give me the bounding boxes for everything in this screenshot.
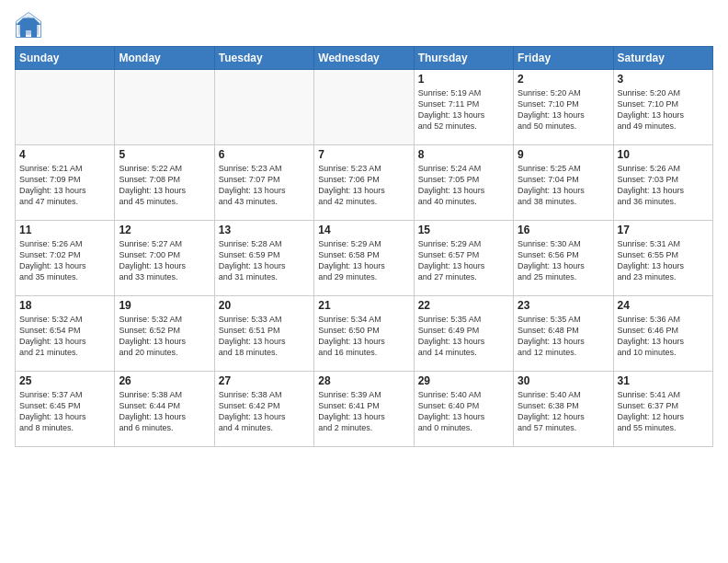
calendar-cell: 23Sunrise: 5:35 AM Sunset: 6:48 PM Dayli…	[514, 296, 613, 372]
calendar-cell: 11Sunrise: 5:26 AM Sunset: 7:02 PM Dayli…	[16, 221, 115, 296]
calendar-cell: 16Sunrise: 5:30 AM Sunset: 6:56 PM Dayli…	[514, 221, 613, 296]
day-info: Sunrise: 5:26 AM Sunset: 7:02 PM Dayligh…	[19, 238, 110, 283]
calendar-cell	[16, 70, 115, 145]
day-number: 19	[119, 299, 210, 312]
weekday-header-monday: Monday	[115, 47, 214, 70]
week-row-2: 4Sunrise: 5:21 AM Sunset: 7:09 PM Daylig…	[16, 145, 713, 221]
calendar-cell: 20Sunrise: 5:33 AM Sunset: 6:51 PM Dayli…	[214, 296, 313, 372]
day-info: Sunrise: 5:38 AM Sunset: 6:44 PM Dayligh…	[119, 389, 210, 434]
day-info: Sunrise: 5:37 AM Sunset: 6:45 PM Dayligh…	[19, 389, 110, 434]
calendar-cell: 31Sunrise: 5:41 AM Sunset: 6:37 PM Dayli…	[613, 372, 712, 447]
day-info: Sunrise: 5:32 AM Sunset: 6:54 PM Dayligh…	[19, 314, 110, 359]
day-number: 11	[19, 224, 110, 236]
calendar-cell: 30Sunrise: 5:40 AM Sunset: 6:38 PM Dayli…	[514, 372, 613, 447]
week-row-5: 25Sunrise: 5:37 AM Sunset: 6:45 PM Dayli…	[16, 372, 713, 447]
weekday-header-sunday: Sunday	[16, 47, 115, 70]
day-info: Sunrise: 5:19 AM Sunset: 7:11 PM Dayligh…	[418, 87, 509, 132]
day-number: 30	[518, 374, 609, 387]
day-number: 17	[618, 224, 709, 236]
calendar-cell: 1Sunrise: 5:19 AM Sunset: 7:11 PM Daylig…	[414, 70, 513, 145]
day-number: 13	[219, 224, 310, 236]
calendar-cell: 26Sunrise: 5:38 AM Sunset: 6:44 PM Dayli…	[115, 372, 214, 447]
day-info: Sunrise: 5:27 AM Sunset: 7:00 PM Dayligh…	[119, 238, 210, 283]
logo	[15, 11, 46, 39]
week-row-1: 1Sunrise: 5:19 AM Sunset: 7:11 PM Daylig…	[16, 70, 713, 145]
day-number: 12	[119, 224, 210, 236]
day-info: Sunrise: 5:25 AM Sunset: 7:04 PM Dayligh…	[518, 163, 609, 208]
calendar: SundayMondayTuesdayWednesdayThursdayFrid…	[15, 46, 713, 447]
day-info: Sunrise: 5:33 AM Sunset: 6:51 PM Dayligh…	[219, 314, 310, 359]
day-info: Sunrise: 5:23 AM Sunset: 7:06 PM Dayligh…	[318, 163, 409, 208]
day-number: 29	[418, 374, 509, 387]
day-number: 4	[19, 148, 110, 161]
calendar-cell	[214, 70, 313, 145]
day-number: 28	[318, 374, 409, 387]
header	[15, 11, 713, 39]
calendar-cell: 6Sunrise: 5:23 AM Sunset: 7:07 PM Daylig…	[214, 145, 313, 221]
day-number: 8	[418, 148, 509, 161]
day-number: 14	[318, 224, 409, 236]
calendar-cell: 3Sunrise: 5:20 AM Sunset: 7:10 PM Daylig…	[613, 70, 712, 145]
weekday-header-tuesday: Tuesday	[214, 47, 313, 70]
weekday-header-row: SundayMondayTuesdayWednesdayThursdayFrid…	[16, 47, 713, 70]
day-info: Sunrise: 5:41 AM Sunset: 6:37 PM Dayligh…	[618, 389, 709, 434]
day-info: Sunrise: 5:31 AM Sunset: 6:55 PM Dayligh…	[618, 238, 709, 283]
calendar-cell: 10Sunrise: 5:26 AM Sunset: 7:03 PM Dayli…	[613, 145, 712, 221]
day-info: Sunrise: 5:29 AM Sunset: 6:57 PM Dayligh…	[418, 238, 509, 283]
calendar-cell	[115, 70, 214, 145]
day-info: Sunrise: 5:22 AM Sunset: 7:08 PM Dayligh…	[119, 163, 210, 208]
calendar-cell: 28Sunrise: 5:39 AM Sunset: 6:41 PM Dayli…	[314, 372, 414, 447]
day-info: Sunrise: 5:40 AM Sunset: 6:38 PM Dayligh…	[518, 389, 609, 434]
day-number: 16	[518, 224, 609, 236]
day-number: 22	[418, 299, 509, 312]
calendar-cell: 7Sunrise: 5:23 AM Sunset: 7:06 PM Daylig…	[314, 145, 414, 221]
weekday-header-wednesday: Wednesday	[314, 47, 414, 70]
day-number: 26	[119, 374, 210, 387]
calendar-cell: 12Sunrise: 5:27 AM Sunset: 7:00 PM Dayli…	[115, 221, 214, 296]
weekday-header-thursday: Thursday	[414, 47, 513, 70]
day-info: Sunrise: 5:24 AM Sunset: 7:05 PM Dayligh…	[418, 163, 509, 208]
day-info: Sunrise: 5:39 AM Sunset: 6:41 PM Dayligh…	[318, 389, 409, 434]
page: SundayMondayTuesdayWednesdayThursdayFrid…	[0, 0, 728, 563]
day-info: Sunrise: 5:35 AM Sunset: 6:49 PM Dayligh…	[418, 314, 509, 359]
day-info: Sunrise: 5:34 AM Sunset: 6:50 PM Dayligh…	[318, 314, 409, 359]
day-number: 1	[418, 73, 509, 86]
calendar-cell: 19Sunrise: 5:32 AM Sunset: 6:52 PM Dayli…	[115, 296, 214, 372]
day-info: Sunrise: 5:29 AM Sunset: 6:58 PM Dayligh…	[318, 238, 409, 283]
day-info: Sunrise: 5:21 AM Sunset: 7:09 PM Dayligh…	[19, 163, 110, 208]
day-number: 24	[618, 299, 709, 312]
day-number: 2	[518, 73, 609, 86]
calendar-cell: 2Sunrise: 5:20 AM Sunset: 7:10 PM Daylig…	[514, 70, 613, 145]
day-number: 25	[19, 374, 110, 387]
day-number: 21	[318, 299, 409, 312]
day-number: 23	[518, 299, 609, 312]
day-number: 15	[418, 224, 509, 236]
day-number: 18	[19, 299, 110, 312]
calendar-cell: 25Sunrise: 5:37 AM Sunset: 6:45 PM Dayli…	[16, 372, 115, 447]
calendar-cell: 22Sunrise: 5:35 AM Sunset: 6:49 PM Dayli…	[414, 296, 513, 372]
calendar-cell: 4Sunrise: 5:21 AM Sunset: 7:09 PM Daylig…	[16, 145, 115, 221]
day-info: Sunrise: 5:26 AM Sunset: 7:03 PM Dayligh…	[618, 163, 709, 208]
calendar-cell: 27Sunrise: 5:38 AM Sunset: 6:42 PM Dayli…	[214, 372, 313, 447]
calendar-cell: 5Sunrise: 5:22 AM Sunset: 7:08 PM Daylig…	[115, 145, 214, 221]
day-number: 9	[518, 148, 609, 161]
day-info: Sunrise: 5:20 AM Sunset: 7:10 PM Dayligh…	[518, 87, 609, 132]
weekday-header-saturday: Saturday	[613, 47, 712, 70]
day-info: Sunrise: 5:28 AM Sunset: 6:59 PM Dayligh…	[219, 238, 310, 283]
day-number: 3	[618, 73, 709, 86]
calendar-cell: 9Sunrise: 5:25 AM Sunset: 7:04 PM Daylig…	[514, 145, 613, 221]
calendar-cell: 21Sunrise: 5:34 AM Sunset: 6:50 PM Dayli…	[314, 296, 414, 372]
day-number: 27	[219, 374, 310, 387]
weekday-header-friday: Friday	[514, 47, 613, 70]
calendar-cell: 24Sunrise: 5:36 AM Sunset: 6:46 PM Dayli…	[613, 296, 712, 372]
calendar-cell: 17Sunrise: 5:31 AM Sunset: 6:55 PM Dayli…	[613, 221, 712, 296]
calendar-cell: 8Sunrise: 5:24 AM Sunset: 7:05 PM Daylig…	[414, 145, 513, 221]
day-number: 7	[318, 148, 409, 161]
day-number: 6	[219, 148, 310, 161]
day-info: Sunrise: 5:20 AM Sunset: 7:10 PM Dayligh…	[618, 87, 709, 132]
day-info: Sunrise: 5:40 AM Sunset: 6:40 PM Dayligh…	[418, 389, 509, 434]
calendar-cell	[314, 70, 414, 145]
day-info: Sunrise: 5:35 AM Sunset: 6:48 PM Dayligh…	[518, 314, 609, 359]
day-number: 20	[219, 299, 310, 312]
calendar-cell: 13Sunrise: 5:28 AM Sunset: 6:59 PM Dayli…	[214, 221, 313, 296]
